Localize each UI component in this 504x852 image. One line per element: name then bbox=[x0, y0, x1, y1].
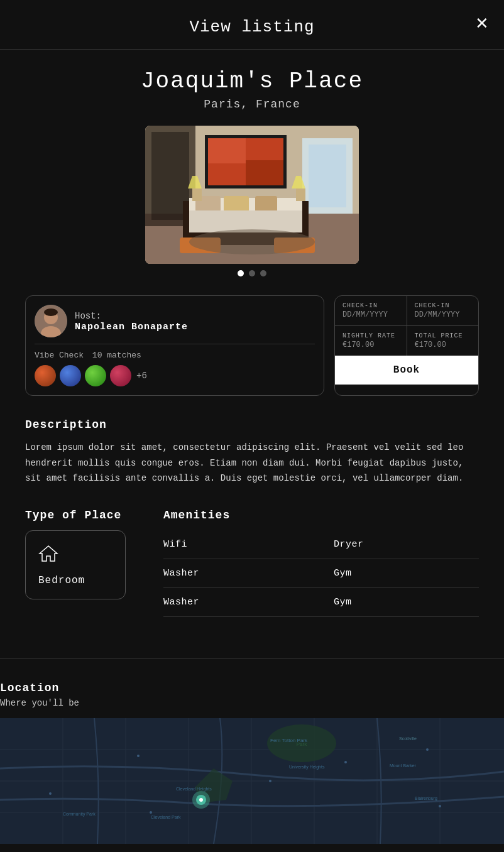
svg-text:Scottville: Scottville bbox=[399, 736, 417, 741]
host-top: Host: Napolean Bonaparte bbox=[35, 305, 315, 337]
check-in-field[interactable]: CHECK-IN DD/MM/YYYY bbox=[335, 296, 407, 326]
home-icon bbox=[38, 543, 58, 569]
details-row: Type of Place Bedroom Amenities Wifi Dry… bbox=[25, 509, 479, 617]
listing-title-section: Joaquim's Place Paris, France bbox=[25, 68, 479, 111]
svg-rect-9 bbox=[208, 138, 246, 163]
info-row: Host: Napolean Bonaparte Vibe Check 10 m… bbox=[25, 295, 479, 396]
svg-point-49 bbox=[344, 761, 347, 763]
image-carousel bbox=[145, 126, 359, 276]
vibe-circle-3 bbox=[85, 365, 106, 386]
svg-point-23 bbox=[189, 229, 315, 254]
check-out-label: CHECK-IN bbox=[415, 302, 471, 309]
host-name: Napolean Bonaparte bbox=[75, 322, 188, 332]
amenity-gym-2: Gym bbox=[321, 588, 479, 617]
svg-text:Cleveland Park: Cleveland Park bbox=[151, 815, 181, 819]
location-text: Location Where you'll be bbox=[0, 682, 504, 708]
total-value: €170.00 bbox=[415, 341, 471, 349]
type-box: Bedroom bbox=[25, 530, 126, 599]
carousel-image[interactable] bbox=[145, 126, 359, 264]
amenity-washer-2: Washer bbox=[163, 588, 321, 617]
type-title: Type of Place bbox=[25, 509, 138, 522]
avatar bbox=[35, 305, 67, 337]
svg-point-47 bbox=[150, 811, 152, 814]
svg-text:Fern Totton Park: Fern Totton Park bbox=[270, 738, 308, 743]
svg-rect-15 bbox=[255, 196, 277, 212]
host-info: Host: Napolean Bonaparte bbox=[75, 310, 188, 332]
total-label: TOTAL PRICE bbox=[415, 332, 471, 339]
check-out-field[interactable]: CHECK-IN DD/MM/YYYY bbox=[407, 296, 479, 326]
location-title: Location bbox=[0, 682, 504, 694]
nightly-label: NIGHTLY RATE bbox=[342, 332, 399, 339]
vibe-circle-4 bbox=[110, 365, 131, 386]
svg-rect-10 bbox=[246, 160, 283, 185]
svg-rect-21 bbox=[296, 188, 305, 201]
nightly-rate-field: NIGHTLY RATE €170.00 bbox=[335, 326, 407, 356]
vibe-check-row: Vibe Check 10 matches +6 bbox=[35, 344, 315, 386]
carousel-dot-2[interactable] bbox=[249, 270, 255, 276]
svg-point-50 bbox=[426, 748, 429, 751]
type-label: Bedroom bbox=[38, 575, 85, 586]
svg-text:Community Park: Community Park bbox=[63, 812, 96, 817]
listing-name: Joaquim's Place bbox=[25, 68, 479, 94]
svg-point-45 bbox=[49, 792, 52, 795]
vibe-count: 10 matches bbox=[92, 351, 141, 360]
svg-text:Blairenburg: Blairenburg bbox=[415, 796, 437, 801]
booking-dates: CHECK-IN DD/MM/YYYY CHECK-IN DD/MM/YYYY bbox=[335, 296, 478, 326]
listing-location: Paris, France bbox=[25, 98, 479, 111]
svg-rect-14 bbox=[224, 196, 249, 212]
location-subtitle: Where you'll be bbox=[0, 698, 504, 708]
svg-point-48 bbox=[269, 780, 271, 782]
amenity-dryer: Dryer bbox=[321, 530, 479, 559]
host-label: Host: bbox=[75, 311, 101, 321]
carousel-dot-1[interactable] bbox=[238, 270, 244, 276]
vibe-more: +6 bbox=[136, 371, 147, 381]
amenity-washer-1: Washer bbox=[163, 559, 321, 588]
check-out-value: DD/MM/YYYY bbox=[415, 310, 471, 319]
amenity-gym-1: Gym bbox=[321, 559, 479, 588]
booking-prices: NIGHTLY RATE €170.00 TOTAL PRICE €170.00 bbox=[335, 326, 478, 356]
svg-text:University Heights: University Heights bbox=[289, 765, 325, 770]
close-button[interactable]: ✕ bbox=[475, 15, 489, 31]
check-in-label: CHECK-IN bbox=[342, 302, 399, 309]
svg-rect-19 bbox=[192, 188, 202, 201]
carousel-dots bbox=[145, 270, 359, 276]
svg-text:Cleveland Heights: Cleveland Heights bbox=[176, 787, 212, 792]
type-of-place-section: Type of Place Bedroom bbox=[25, 509, 138, 599]
check-in-value: DD/MM/YYYY bbox=[342, 310, 399, 319]
svg-point-44 bbox=[199, 798, 203, 802]
description-title: Description bbox=[25, 418, 479, 431]
vibe-circle-2 bbox=[60, 365, 81, 386]
section-divider bbox=[0, 658, 504, 659]
location-section: Location Where you'll be bbox=[0, 682, 504, 844]
amenity-wifi: Wifi bbox=[163, 530, 321, 559]
amenities-section: Amenities Wifi Dryer Washer Gym Washer G… bbox=[163, 509, 479, 617]
vibe-circles: +6 bbox=[35, 365, 315, 386]
svg-point-27 bbox=[44, 309, 58, 316]
svg-rect-4 bbox=[309, 145, 346, 207]
svg-text:Mount Barker: Mount Barker bbox=[390, 763, 417, 768]
svg-point-46 bbox=[137, 755, 140, 757]
amenities-title: Amenities bbox=[163, 509, 479, 522]
vibe-label: Vibe Check bbox=[35, 351, 84, 360]
amenities-grid: Wifi Dryer Washer Gym Washer Gym bbox=[163, 530, 479, 617]
host-card: Host: Napolean Bonaparte Vibe Check 10 m… bbox=[25, 295, 324, 396]
vibe-circle-1 bbox=[35, 365, 56, 386]
header: View listing ✕ bbox=[0, 0, 504, 50]
map-container[interactable]: Park Fern Totton Park Scottville Univers… bbox=[0, 718, 504, 844]
page-title: View listing bbox=[189, 18, 314, 36]
svg-rect-16 bbox=[189, 210, 302, 232]
booking-card: CHECK-IN DD/MM/YYYY CHECK-IN DD/MM/YYYY … bbox=[334, 295, 479, 396]
book-button[interactable]: Book bbox=[335, 356, 478, 385]
svg-point-51 bbox=[439, 805, 441, 807]
nightly-value: €170.00 bbox=[342, 341, 399, 349]
carousel-dot-3[interactable] bbox=[260, 270, 266, 276]
total-price-field: TOTAL PRICE €170.00 bbox=[407, 326, 479, 356]
description-text: Lorem ipsum dolor sit amet, consectetur … bbox=[25, 440, 479, 486]
main-content: Joaquim's Place Paris, France bbox=[0, 50, 504, 658]
